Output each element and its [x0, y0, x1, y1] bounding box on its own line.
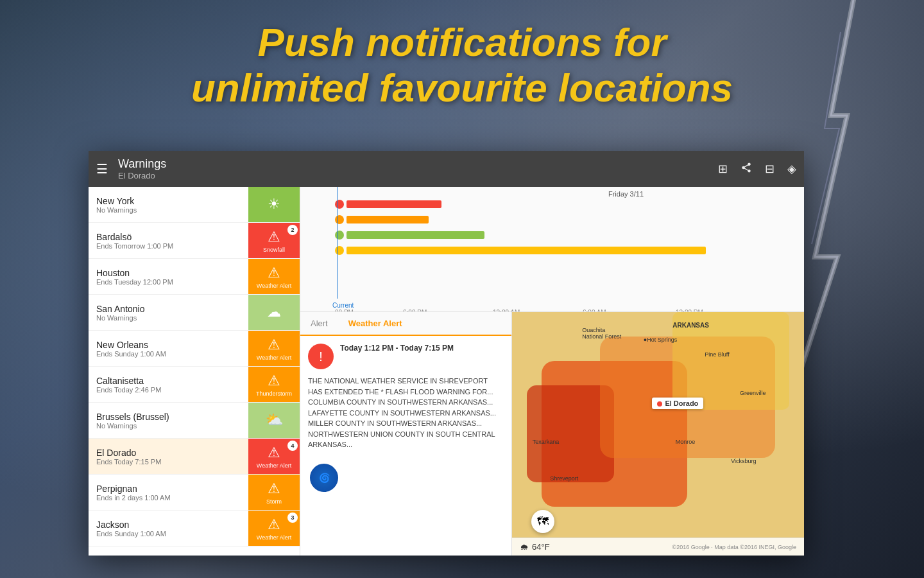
- map-icon: 🗺: [537, 515, 549, 529]
- hero-line2: unlimited favourite locations: [0, 65, 924, 110]
- timeline-bar-row: [335, 198, 804, 210]
- list-item[interactable]: Houston Ends Tuesday 12:00 PM ⚠ Weather …: [89, 259, 300, 295]
- location-name: San Antonio: [96, 304, 241, 314]
- list-item[interactable]: Jackson Ends Sunday 1:00 AM 3 ⚠ Weather …: [89, 511, 300, 547]
- map-background: [512, 312, 804, 556]
- menu-icon[interactable]: ☰: [96, 161, 108, 177]
- app-toolbar: ☰ Warnings El Dorado ⊞ ⊟ ◈: [89, 151, 804, 187]
- alert-header: ! Today 1:12 PM - Today 7:15 PM: [308, 344, 504, 369]
- badge-label: Thunderstorm: [256, 390, 292, 397]
- location-name: Brussels (Brussel): [96, 412, 241, 422]
- badge-count: 2: [287, 225, 298, 235]
- map-footer: 🌧 64°F ©2016 Google · Map data ©2016 INE…: [512, 538, 804, 556]
- tab-weather-alert[interactable]: Weather Alert: [338, 312, 413, 336]
- list-item[interactable]: Perpignan Ends in 2 days 1:00 AM ⚠ Storm: [89, 475, 300, 511]
- timeline-area: Friday 3/11: [300, 187, 804, 312]
- toolbar-actions: ⊞ ⊟ ◈: [718, 162, 796, 177]
- map-label-ouachita: OuachitaNational Forest: [582, 327, 621, 340]
- map-eldorado-label: El Dorado: [652, 398, 703, 409]
- location-status: Ends Tuesday 12:00 PM: [96, 278, 241, 286]
- hero-line1: Push notifications for: [0, 19, 924, 65]
- alert-meta: Today 1:12 PM - Today 7:15 PM: [340, 344, 454, 355]
- warning-icon: ⚠: [268, 337, 280, 353]
- map-button[interactable]: 🗺: [531, 510, 554, 533]
- map-city-vicksburg: Vicksburg: [731, 458, 756, 464]
- filter-icon[interactable]: ⊟: [765, 162, 774, 176]
- location-name: Jackson: [96, 520, 241, 530]
- alert-panel: Alert Weather Alert ! Today 1:12 PM - To…: [300, 312, 512, 556]
- alert-content: ! Today 1:12 PM - Today 7:15 PM THE NATI…: [300, 336, 511, 556]
- current-label: Current: [332, 302, 354, 309]
- weather-temp: 🌧 64°F: [520, 542, 550, 552]
- badge-label: Weather Alert: [257, 462, 291, 469]
- list-item[interactable]: El Dorado Ends Today 7:15 PM 4 ⚠ Weather…: [89, 439, 300, 475]
- app-window: ☰ Warnings El Dorado ⊞ ⊟ ◈ New York No W…: [89, 151, 804, 556]
- list-item[interactable]: Brussels (Brussel) No Warnings ⛅: [89, 403, 300, 439]
- app-content: New York No Warnings ☀ Bardalsö Ends Tom…: [89, 187, 804, 556]
- location-name: Bardalsö: [96, 232, 241, 242]
- map-area: Texarkana Shreveport Monroe Pine Bluff V…: [512, 312, 804, 556]
- timeline-date: Friday 3/11: [608, 190, 644, 198]
- location-info: Houston Ends Tuesday 12:00 PM: [89, 259, 248, 294]
- weather-icon: 🌧: [520, 542, 528, 552]
- location-badge: ☀: [248, 187, 300, 222]
- list-item[interactable]: New York No Warnings ☀: [89, 187, 300, 223]
- layers-icon[interactable]: ◈: [787, 162, 796, 176]
- timeline-bar: [346, 200, 441, 208]
- detail-area: Alert Weather Alert ! Today 1:12 PM - To…: [300, 312, 804, 556]
- share-icon[interactable]: [740, 162, 752, 177]
- location-status: Ends Today 7:15 PM: [96, 458, 241, 466]
- badge-label: Snowfall: [263, 247, 285, 253]
- location-badge: ⚠ Weather Alert: [248, 259, 300, 294]
- location-name: Perpignan: [96, 484, 241, 494]
- map-city-greenville: Greenville: [740, 390, 766, 396]
- location-badge: ⚠ Weather Alert: [248, 331, 300, 366]
- location-status: No Warnings: [96, 314, 241, 322]
- list-item[interactable]: San Antonio No Warnings ☁: [89, 295, 300, 331]
- nws-badge: 🌀: [308, 462, 340, 494]
- location-info: New York No Warnings: [89, 187, 248, 222]
- toolbar-titles: Warnings El Dorado: [118, 157, 718, 180]
- location-status: Ends Tomorrow 1:00 PM: [96, 242, 241, 250]
- location-status: No Warnings: [96, 206, 241, 214]
- location-badge: ⚠ Storm: [248, 475, 300, 510]
- location-name: New York: [96, 196, 241, 206]
- bar-indicator: [335, 200, 344, 209]
- location-badge: ☁: [248, 295, 300, 330]
- location-status: Ends Today 2:46 PM: [96, 386, 241, 394]
- timeline-bar-row: [335, 245, 804, 256]
- cloud-icon: ☁: [267, 304, 281, 320]
- map-city-shreveport: Shreveport: [550, 475, 578, 482]
- add-list-icon[interactable]: ⊞: [718, 162, 728, 176]
- timeline-bar: [346, 216, 429, 223]
- map-city-monroe: Monroe: [676, 439, 696, 445]
- warning-icon: ⚠: [268, 229, 280, 245]
- timeline-bar-row: [335, 214, 804, 225]
- location-name: Caltanisetta: [96, 376, 241, 386]
- toolbar-subtitle: El Dorado: [118, 171, 718, 180]
- sun-icon: ☀: [268, 196, 280, 213]
- warning-icon: ⚠: [268, 265, 280, 281]
- temperature-value: 64°F: [532, 542, 550, 552]
- location-status: Ends Sunday 1:00 AM: [96, 350, 241, 358]
- location-badge: 4 ⚠ Weather Alert: [248, 439, 300, 474]
- alert-time: Today 1:12 PM - Today 7:15 PM: [340, 344, 454, 353]
- map-label-hot-springs: ●Hot Springs: [644, 337, 677, 343]
- location-badge: ⚠ Thunderstorm: [248, 367, 300, 402]
- alert-icon: !: [308, 344, 334, 369]
- tab-alert[interactable]: Alert: [300, 312, 338, 335]
- location-info: Jackson Ends Sunday 1:00 AM: [89, 511, 248, 546]
- list-item[interactable]: Caltanisetta Ends Today 2:46 PM ⚠ Thunde…: [89, 367, 300, 403]
- list-item[interactable]: New Orleans Ends Sunday 1:00 AM ⚠ Weathe…: [89, 331, 300, 367]
- time-label: 00 PM: [335, 309, 354, 312]
- location-status: No Warnings: [96, 422, 241, 430]
- location-badge: 2 ⚠ Snowfall: [248, 223, 300, 258]
- location-info: San Antonio No Warnings: [89, 295, 248, 330]
- map-credit: ©2016 Google · Map data ©2016 INEGI, Goo…: [672, 544, 796, 550]
- location-info: Bardalsö Ends Tomorrow 1:00 PM: [89, 223, 248, 258]
- badge-label: Weather Alert: [257, 355, 291, 361]
- map-state-label-arkansas: ARKANSAS: [672, 322, 709, 329]
- map-city-texarkana: Texarkana: [533, 439, 560, 445]
- location-list: New York No Warnings ☀ Bardalsö Ends Tom…: [89, 187, 300, 556]
- list-item[interactable]: Bardalsö Ends Tomorrow 1:00 PM 2 ⚠ Snowf…: [89, 223, 300, 259]
